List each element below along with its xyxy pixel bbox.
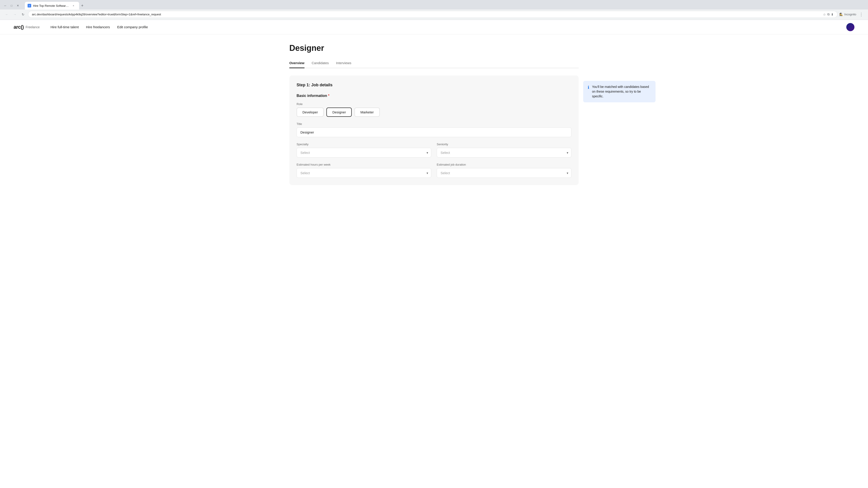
back-icon: ← bbox=[5, 13, 8, 16]
incognito-badge: 🕵 Incognito bbox=[839, 13, 856, 16]
specialty-select[interactable]: Select bbox=[297, 148, 431, 158]
bookmark-icon[interactable]: ☆ bbox=[823, 13, 826, 16]
seniority-select[interactable]: Select bbox=[437, 148, 571, 158]
active-tab[interactable]: A Hire Top Remote Software Dev... × bbox=[25, 2, 79, 9]
tab-overview[interactable]: Overview bbox=[289, 58, 305, 68]
tab-favicon: A bbox=[28, 4, 31, 7]
role-buttons: Developer Designer Marketer bbox=[297, 107, 571, 117]
main-nav: Hire full-time talent Hire freelancers E… bbox=[51, 25, 846, 29]
duration-field: Estimated job duration Select ▾ bbox=[437, 163, 571, 178]
minimize-button[interactable]: ─ bbox=[3, 3, 8, 8]
extensions-icon[interactable]: ⧉ bbox=[827, 12, 830, 16]
specialty-seniority-row: Specialty Select ▾ Seniority Select bbox=[297, 142, 571, 158]
url-text: arc.dev/dashboard/requests/kdyp4k9q28/ov… bbox=[32, 13, 821, 16]
specialty-field: Specialty Select ▾ bbox=[297, 142, 431, 158]
role-field: Role Developer Designer Marketer bbox=[297, 102, 571, 122]
page-tabs: Overview Candidates Interviews bbox=[289, 58, 579, 68]
section-title-text: Basic information bbox=[297, 94, 327, 98]
browser-chrome: ─ □ ✕ A Hire Top Remote Software Dev... … bbox=[0, 0, 868, 20]
incognito-label: Incognito bbox=[844, 13, 856, 16]
logo-area: arc() Freelance bbox=[13, 24, 39, 30]
specialty-label: Specialty bbox=[297, 142, 431, 146]
logo-subtitle: Freelance bbox=[26, 25, 39, 29]
logo: arc() bbox=[13, 24, 24, 30]
duration-select-wrapper: Select ▾ bbox=[437, 168, 571, 178]
seniority-select-wrapper: Select ▾ bbox=[437, 148, 571, 158]
back-button[interactable]: ← bbox=[4, 11, 10, 18]
reload-button[interactable]: ↻ bbox=[20, 11, 26, 18]
hours-field: Estimated hours per week Select ▾ bbox=[297, 163, 431, 178]
download-icon[interactable]: ⬇ bbox=[831, 13, 834, 16]
title-input[interactable] bbox=[297, 127, 571, 137]
reload-icon: ↻ bbox=[22, 13, 24, 16]
tab-title: Hire Top Remote Software Dev... bbox=[33, 4, 70, 7]
forward-button[interactable]: → bbox=[12, 11, 18, 18]
seniority-label: Seniority bbox=[437, 142, 571, 146]
forward-icon: → bbox=[13, 13, 17, 16]
new-tab-button[interactable]: + bbox=[79, 2, 86, 9]
nav-hire-fulltime[interactable]: Hire full-time talent bbox=[51, 25, 79, 29]
title-field: Title bbox=[297, 122, 571, 137]
browser-menu-button[interactable]: ⋮ bbox=[858, 11, 864, 18]
role-label: Role bbox=[297, 102, 571, 106]
close-window-button[interactable]: ✕ bbox=[16, 3, 20, 8]
url-bar[interactable]: arc.dev/dashboard/requests/kdyp4k9q28/ov… bbox=[28, 11, 837, 18]
avatar[interactable] bbox=[846, 23, 855, 31]
hours-select-wrapper: Select ▾ bbox=[297, 168, 431, 178]
address-bar: ← → ↻ arc.dev/dashboard/requests/kdyp4k9… bbox=[0, 9, 868, 20]
hours-label: Estimated hours per week bbox=[297, 163, 431, 166]
section-title: Basic information* bbox=[297, 94, 571, 98]
tab-interviews[interactable]: Interviews bbox=[336, 58, 351, 68]
close-tab-button[interactable]: × bbox=[71, 4, 75, 8]
required-asterisk: * bbox=[328, 94, 329, 98]
title-label: Title bbox=[297, 122, 571, 126]
duration-select[interactable]: Select bbox=[437, 168, 571, 178]
role-developer-button[interactable]: Developer bbox=[297, 107, 324, 117]
info-text: You'll be matched with candidates based … bbox=[592, 85, 651, 99]
tab-bar: A Hire Top Remote Software Dev... × + bbox=[22, 2, 88, 9]
hours-select[interactable]: Select bbox=[297, 168, 431, 178]
browser-title-bar: ─ □ ✕ A Hire Top Remote Software Dev... … bbox=[0, 0, 868, 9]
page-title: Designer bbox=[289, 43, 579, 53]
info-box: ℹ You'll be matched with candidates base… bbox=[583, 81, 655, 102]
maximize-button[interactable]: □ bbox=[9, 3, 14, 8]
nav-edit-company[interactable]: Edit company profile bbox=[117, 25, 148, 29]
window-controls: ─ □ ✕ bbox=[3, 3, 20, 8]
role-marketer-button[interactable]: Marketer bbox=[354, 107, 379, 117]
address-icons: ☆ ⧉ ⬇ bbox=[823, 12, 834, 16]
nav-hire-freelancers[interactable]: Hire freelancers bbox=[86, 25, 110, 29]
main-content: Designer Overview Candidates Interviews … bbox=[276, 34, 592, 199]
app-header: arc() Freelance Hire full-time talent Hi… bbox=[0, 20, 868, 34]
menu-icon: ⋮ bbox=[859, 12, 863, 17]
basic-information-section: Basic information* Role Developer Design… bbox=[297, 94, 571, 178]
role-designer-button[interactable]: Designer bbox=[327, 107, 352, 117]
hours-duration-row: Estimated hours per week Select ▾ Estima… bbox=[297, 163, 571, 178]
duration-label: Estimated job duration bbox=[437, 163, 571, 166]
tab-candidates[interactable]: Candidates bbox=[312, 58, 329, 68]
specialty-select-wrapper: Select ▾ bbox=[297, 148, 431, 158]
seniority-field: Seniority Select ▾ bbox=[437, 142, 571, 158]
card-title: Step 1: Job details bbox=[297, 83, 571, 88]
info-icon: ℹ bbox=[588, 85, 589, 90]
job-details-card: Step 1: Job details ℹ You'll be matched … bbox=[289, 75, 579, 185]
incognito-icon: 🕵 bbox=[839, 13, 843, 16]
